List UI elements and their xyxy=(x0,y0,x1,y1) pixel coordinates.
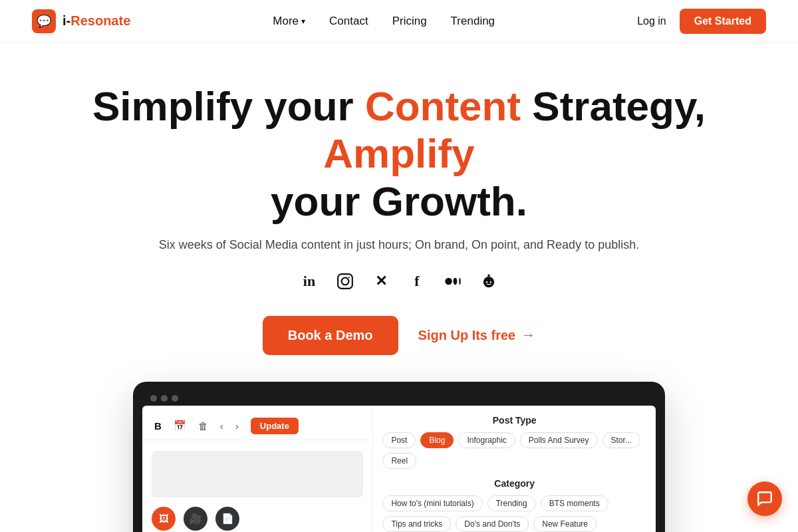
x-twitter-icon[interactable]: ✕ xyxy=(370,271,392,292)
tag-reel[interactable]: Reel xyxy=(382,453,416,469)
tag-trending[interactable]: Trending xyxy=(487,495,536,511)
hero-subtitle: Six weeks of Social Media content in jus… xyxy=(13,238,785,252)
tag-blog[interactable]: Blog xyxy=(420,432,454,448)
nav-more[interactable]: More ▾ xyxy=(273,15,305,28)
nav-pricing[interactable]: Pricing xyxy=(392,15,427,27)
tag-howto[interactable]: How to's (mini tutorials) xyxy=(382,495,482,511)
calendar-button[interactable]: 📅 xyxy=(171,418,189,433)
device-dot-2 xyxy=(161,395,168,402)
forward-button[interactable]: › xyxy=(233,419,241,433)
device-top-bar xyxy=(142,391,656,406)
tag-dos[interactable]: Do's and Don'ts xyxy=(456,516,529,532)
social-icons-row: in ✕ f xyxy=(13,271,785,292)
device-dots xyxy=(150,395,178,402)
nav-trending[interactable]: Trending xyxy=(451,15,495,27)
device-dot-3 xyxy=(172,395,178,402)
screen-right-panel: Post Type Post Blog Infographic Polls An… xyxy=(373,406,656,532)
nav-right: Log in Get Started xyxy=(637,9,766,34)
get-started-button[interactable]: Get Started xyxy=(680,9,766,34)
svg-point-8 xyxy=(486,281,487,283)
logo-icon: 💬 xyxy=(32,9,56,33)
device-screen: B 📅 🗑 ‹ › Update 🖼 🎥 📄 🖼 xyxy=(142,406,656,532)
bold-button[interactable]: B xyxy=(152,419,164,433)
tag-bts[interactable]: BTS moments xyxy=(541,495,608,511)
app-preview: B 📅 🗑 ‹ › Update 🖼 🎥 📄 🖼 xyxy=(133,382,665,532)
chat-bubble-button[interactable] xyxy=(747,481,782,516)
tag-story[interactable]: Stor... xyxy=(602,432,640,448)
tag-infographic[interactable]: Infographic xyxy=(458,432,515,448)
svg-point-9 xyxy=(490,281,491,283)
hero-title: Simplify your Content Strategy, Amplify … xyxy=(13,82,785,225)
file-media-icon[interactable]: 📄 xyxy=(215,507,239,531)
svg-point-5 xyxy=(459,278,460,285)
update-button[interactable]: Update xyxy=(251,418,299,434)
image-media-icon[interactable]: 🖼 xyxy=(152,507,176,531)
tag-polls[interactable]: Polls And Survey xyxy=(520,432,598,448)
logo[interactable]: 💬 i-Resonate xyxy=(32,9,130,33)
device-frame: B 📅 🗑 ‹ › Update 🖼 🎥 📄 🖼 xyxy=(133,382,665,532)
tag-tips[interactable]: Tips and tricks xyxy=(382,516,451,532)
editor-content: 🖼 🎥 📄 🖼 xyxy=(142,440,372,532)
delete-button[interactable]: 🗑 xyxy=(196,419,211,433)
tag-post[interactable]: Post xyxy=(382,432,416,448)
instagram-icon[interactable] xyxy=(334,271,356,292)
svg-point-4 xyxy=(454,278,458,285)
device-dot-1 xyxy=(150,395,157,402)
video-media-icon[interactable]: 🎥 xyxy=(184,507,207,531)
screen-left-panel: B 📅 🗑 ‹ › Update 🖼 🎥 📄 🖼 xyxy=(142,406,373,532)
svg-point-3 xyxy=(445,278,452,285)
logo-text: i-Resonate xyxy=(63,13,130,29)
signup-label: Sign Up Its free xyxy=(418,328,516,343)
hero-section: Simplify your Content Strategy, Amplify … xyxy=(0,43,798,375)
chevron-down-icon: ▾ xyxy=(301,17,305,26)
cta-row: Book a Demo Sign Up Its free → xyxy=(13,316,785,355)
media-icon-row: 🖼 🎥 📄 xyxy=(152,507,363,531)
back-button[interactable]: ‹ xyxy=(217,419,226,433)
svg-rect-0 xyxy=(338,274,352,289)
svg-point-2 xyxy=(348,277,350,278)
content-placeholder xyxy=(152,451,363,497)
login-button[interactable]: Log in xyxy=(637,15,666,27)
category-tags: How to's (mini tutorials) Trending BTS m… xyxy=(382,495,646,532)
editor-toolbar: B 📅 🗑 ‹ › Update xyxy=(142,412,372,440)
facebook-icon[interactable]: f xyxy=(406,271,428,292)
tag-new-feature[interactable]: New Feature xyxy=(533,516,597,532)
navbar: 💬 i-Resonate More ▾ Contact Pricing Tren… xyxy=(0,0,798,43)
category-label: Category xyxy=(382,478,646,489)
signup-arrow-icon: → xyxy=(521,327,535,344)
post-type-label: Post Type xyxy=(382,415,646,426)
book-demo-button[interactable]: Book a Demo xyxy=(263,316,398,355)
nav-links: More ▾ Contact Pricing Trending xyxy=(273,15,495,28)
linkedin-icon[interactable]: in xyxy=(299,271,320,292)
nav-contact[interactable]: Contact xyxy=(329,15,368,27)
reddit-icon[interactable] xyxy=(478,271,499,292)
post-type-tags: Post Blog Infographic Polls And Survey S… xyxy=(382,432,646,469)
svg-point-1 xyxy=(342,277,349,285)
medium-icon[interactable] xyxy=(442,271,464,292)
signup-link[interactable]: Sign Up Its free → xyxy=(418,327,536,344)
